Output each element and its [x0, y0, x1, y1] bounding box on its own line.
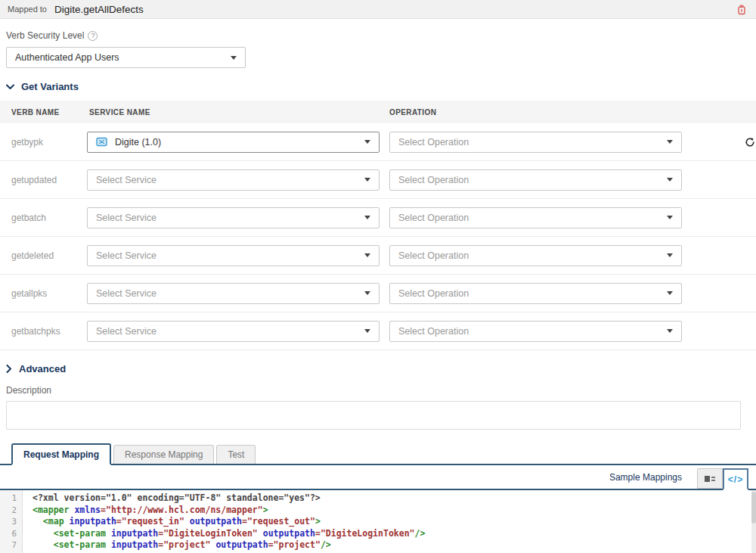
- variant-row: getdeleted Select Service Select Operati…: [0, 237, 756, 275]
- code-scrollbar[interactable]: [751, 490, 756, 553]
- tab-request-mapping[interactable]: Request Mapping: [11, 443, 111, 465]
- advanced-toggle[interactable]: Advanced: [6, 363, 741, 374]
- variant-row: getbypk Digite (1.0) Select Operation: [0, 123, 756, 161]
- form-view-icon: [704, 474, 716, 483]
- code-content[interactable]: <?xml version="1.0" encoding="UTF-8" sta…: [23, 490, 756, 553]
- operation-select-value: Select Operation: [398, 326, 469, 337]
- variant-row: getbatchpks Select Service Select Operat…: [0, 312, 756, 350]
- verb-name-label: getallpks: [0, 288, 87, 299]
- tab-test[interactable]: Test: [216, 445, 256, 464]
- page-title: Digite.getAllDefects: [54, 4, 144, 15]
- operation-select[interactable]: Select Operation: [389, 321, 682, 342]
- mapped-to-bar: Mapped to Digite.getAllDefects: [0, 0, 756, 19]
- form-view-button[interactable]: [697, 468, 723, 489]
- operation-select[interactable]: Select Operation: [389, 169, 682, 191]
- caret-down-icon: [364, 178, 370, 182]
- caret-down-icon: [231, 56, 237, 60]
- variant-row: getupdated Select Service Select Operati…: [0, 161, 756, 199]
- service-select[interactable]: Select Service: [87, 169, 380, 191]
- chevron-down-icon: [6, 84, 14, 90]
- operation-select-value: Select Operation: [398, 137, 469, 148]
- description-input[interactable]: [6, 401, 741, 430]
- chevron-right-icon: [6, 365, 12, 373]
- caret-down-icon: [667, 253, 673, 257]
- verb-security-value: Authenticated App Users: [15, 52, 119, 63]
- mapped-to-label: Mapped to: [8, 5, 47, 14]
- caret-down-icon: [667, 178, 673, 182]
- question-circle-icon[interactable]: ?: [88, 31, 98, 41]
- operation-select[interactable]: Select Operation: [389, 207, 682, 228]
- service-select[interactable]: Select Service: [87, 207, 380, 228]
- column-header-service-name: SERVICE NAME: [87, 108, 389, 117]
- tab-response-mapping[interactable]: Response Mapping: [113, 445, 214, 464]
- mapping-toolbar: Sample Mappings </>: [0, 465, 756, 490]
- service-select-value: Select Service: [96, 288, 156, 299]
- verb-name-label: getbatchpks: [0, 326, 87, 337]
- line-number-gutter: 1236789: [0, 490, 23, 553]
- service-select-value: Select Service: [96, 326, 156, 337]
- operation-select-value: Select Operation: [398, 288, 469, 299]
- operation-select[interactable]: Select Operation: [389, 245, 682, 266]
- operation-select-value: Select Operation: [398, 175, 469, 185]
- tab-label: Test: [228, 449, 244, 460]
- code-line: <map inputpath="request_in" outputpath="…: [33, 516, 756, 528]
- verb-name-label: getbatch: [0, 213, 87, 223]
- description-label: Description: [6, 385, 741, 396]
- get-variants-title: Get Variants: [21, 81, 79, 92]
- column-header-verb-name: VERB NAME: [0, 108, 87, 117]
- verb-security-label: Verb Security Level: [6, 30, 84, 41]
- code-line: <set-param inputpath="DigiteLoginToken" …: [33, 528, 756, 540]
- operation-select-value: Select Operation: [398, 213, 469, 223]
- caret-down-icon: [364, 329, 370, 333]
- column-header-operation: OPERATION: [389, 108, 756, 117]
- code-line: <?xml version="1.0" encoding="UTF-8" sta…: [33, 492, 756, 505]
- variants-table-header: VERB NAME SERVICE NAME OPERATION: [0, 101, 756, 123]
- service-select[interactable]: Select Service: [87, 283, 380, 304]
- caret-down-icon: [364, 140, 370, 144]
- verb-name-label: getbypk: [0, 137, 87, 148]
- tab-label: Request Mapping: [23, 449, 99, 460]
- service-select-value: Select Service: [96, 213, 156, 223]
- verb-name-label: getupdated: [0, 175, 87, 185]
- refresh-operations-button[interactable]: [745, 137, 755, 148]
- code-view-button[interactable]: </>: [723, 468, 748, 490]
- caret-down-icon: [364, 253, 370, 257]
- service-select-value: Select Service: [96, 175, 156, 185]
- caret-down-icon: [667, 216, 673, 219]
- delete-verb-button[interactable]: [736, 4, 747, 15]
- request-mapping-code-editor: 1236789 <?xml version="1.0" encoding="UT…: [0, 490, 756, 553]
- variant-row: getallpks Select Service Select Operatio…: [0, 275, 756, 312]
- caret-down-icon: [667, 329, 673, 333]
- operation-select[interactable]: Select Operation: [389, 283, 682, 304]
- code-line: <set-param inputpath="project" outputpat…: [33, 539, 756, 551]
- verb-security-select[interactable]: Authenticated App Users: [6, 47, 246, 68]
- trash-icon: [736, 4, 747, 15]
- advanced-title: Advanced: [19, 363, 66, 374]
- operation-select-value: Select Operation: [398, 250, 469, 261]
- variants-table-body: getbypk Digite (1.0) Select Operation: [0, 123, 756, 350]
- service-select-value: Digite (1.0): [115, 137, 161, 148]
- service-select[interactable]: Select Service: [87, 245, 380, 266]
- code-view-icon: </>: [728, 474, 743, 485]
- service-select-value: Select Service: [96, 250, 156, 261]
- verb-name-label: getdeleted: [0, 250, 87, 261]
- service-select[interactable]: Digite (1.0): [87, 132, 380, 153]
- caret-down-icon: [667, 140, 673, 144]
- mapping-tabs-bar: Request Mapping Response Mapping Test: [0, 443, 756, 465]
- operation-select[interactable]: Select Operation: [389, 132, 682, 153]
- get-variants-toggle[interactable]: Get Variants: [6, 81, 741, 92]
- caret-down-icon: [364, 291, 370, 295]
- caret-down-icon: [667, 291, 673, 295]
- variant-row: getbatch Select Service Select Operation: [0, 199, 756, 237]
- code-line: <mapper xmlns="http://www.hcl.com/ns/map…: [33, 505, 756, 517]
- verb-security-label-row: Verb Security Level ?: [6, 30, 741, 41]
- service-type-icon: [96, 136, 107, 148]
- tab-label: Response Mapping: [125, 449, 203, 460]
- service-select[interactable]: Select Service: [87, 321, 380, 342]
- caret-down-icon: [364, 216, 370, 219]
- sample-mappings-link[interactable]: Sample Mappings: [609, 472, 682, 483]
- code-scrollbar-thumb[interactable]: [751, 492, 756, 523]
- refresh-icon: [745, 137, 755, 148]
